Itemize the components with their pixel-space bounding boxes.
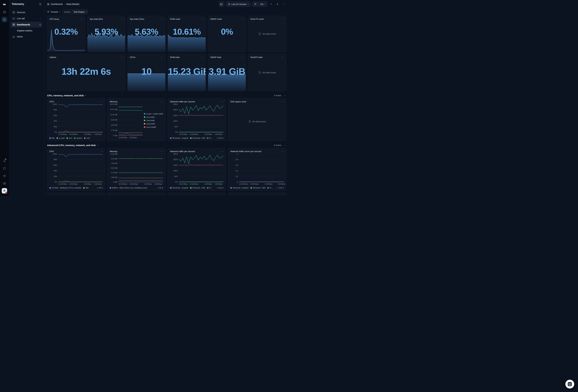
legend-item[interactable]: Free RAM [144, 116, 154, 118]
app-logo[interactable] [2, 2, 6, 6]
chart-menu-button[interactable]: ⋯ [100, 150, 103, 152]
legend-item[interactable]: Idle [83, 187, 89, 189]
refresh-interval-button[interactable]: 15s ▾ [258, 1, 267, 7]
panels-view-button[interactable] [219, 1, 224, 7]
chart-menu-button[interactable]: ⋯ [282, 150, 284, 152]
nav-label: Live tail [17, 17, 25, 20]
section-menu-button[interactable]: ⋯ [284, 144, 286, 147]
legend-label: Idle [86, 187, 89, 189]
x-axis: 12:42:00am12:50:00am1:00:00am1:06:00am [179, 133, 223, 136]
legend-item[interactable]: Used RAM [144, 123, 155, 125]
chart-menu-button[interactable]: ⋯ [221, 150, 223, 152]
filterbar: Presets ▾ source Test Project ▾ [44, 8, 289, 15]
legend-item[interactable]: Used SWAP [144, 126, 156, 128]
card-menu-button[interactable]: ⋯ [161, 18, 163, 20]
pagination-prev-icon[interactable]: ◀ [157, 187, 158, 189]
quick-actions-button[interactable] [275, 2, 280, 6]
refresh-button[interactable] [252, 1, 258, 7]
legend-item[interactable]: system [74, 137, 82, 139]
card-menu-button[interactable]: ⋯ [282, 56, 284, 58]
x-tick: 1:00:00am [204, 133, 212, 135]
legend-item[interactable]: Received - erspan0 [170, 187, 188, 189]
pagination-prev-icon[interactable]: ◀ [96, 187, 97, 189]
chart-title: CPU [49, 150, 54, 152]
section-meta: 4 charts⋯ [274, 94, 286, 97]
chart-menu-button[interactable]: ⋯ [161, 150, 163, 152]
card-menu-button[interactable]: ⋯ [120, 56, 123, 58]
pagination-prev-icon[interactable]: ◀ [216, 137, 217, 139]
sidebar-collapse-button[interactable] [39, 3, 42, 5]
y-axis: 100%80%60%40%20%0% [49, 153, 58, 183]
legend-item[interactable]: Cache + Buffer RAM [144, 113, 163, 115]
breadcrumb-dashboards[interactable]: Dashboards [51, 3, 63, 5]
sidebar-item-explore-metrics[interactable]: Explore metrics [11, 28, 42, 33]
chart-panel: Memory⋯16.76 GiB13.97 GiB11.18 GiB8.38 G… [107, 98, 165, 141]
x-tick: 1:00:00am [144, 183, 152, 185]
y-tick: 5.59 GiB [111, 124, 117, 126]
y-axis: 11.18 GiB9.31 GiB7.45 GiB5.59 GiB3.73 Gi… [110, 153, 119, 183]
presets-button[interactable]: Presets ▾ [47, 11, 60, 13]
sidebar-item-sources[interactable]: Sources [11, 9, 42, 15]
sidebar-item-live-tail[interactable]: Live tail › [11, 16, 42, 21]
legend-item[interactable]: Received - erspan0 [230, 187, 248, 189]
card-menu-button[interactable]: ⋯ [80, 18, 83, 20]
card-menu-button[interactable]: ⋯ [201, 18, 203, 20]
section-toggle[interactable]: Advanced CPU, memory, network, and disk▾ [47, 144, 98, 147]
chart-panel: Network traffic errors per second⋯10.80.… [228, 148, 286, 191]
pagination-prev-icon[interactable]: ◀ [277, 187, 278, 189]
chart-plot [119, 104, 143, 136]
legend-item[interactable]: io_wait [56, 137, 65, 139]
pagination-next-icon[interactable]: ▶ [223, 187, 223, 189]
legend-item[interactable]: R… [207, 137, 213, 139]
legend-item[interactable]: R… [207, 187, 213, 189]
legend-item[interactable]: Received - eth0 [250, 187, 266, 189]
card-menu-button[interactable]: ⋯ [201, 56, 203, 58]
card-menu-button[interactable]: ⋯ [120, 18, 123, 20]
notifications-button[interactable] [1, 158, 7, 163]
legend-item[interactable]: idle [49, 137, 55, 139]
more-options-button[interactable]: ⋯ [282, 2, 286, 6]
user-avatar[interactable]: R [2, 188, 7, 194]
legend-item[interactable]: Received - erspan0 [170, 137, 188, 139]
theme-toggle-button[interactable] [1, 173, 7, 179]
chart-menu-button[interactable]: ⋯ [161, 100, 163, 103]
pagination-next-icon[interactable]: ▶ [223, 137, 223, 139]
legend-item[interactable]: nice [66, 137, 72, 139]
y-tick: 60% [54, 164, 57, 166]
card-menu-button[interactable]: ⋯ [241, 18, 243, 20]
sidebar: Telemetry Sources Live tail › [9, 0, 44, 196]
pagination-prev-icon[interactable]: ◀ [216, 187, 217, 189]
shortcuts-button[interactable] [1, 181, 7, 186]
card-menu-button[interactable]: ⋯ [161, 56, 163, 58]
chart-panel-header: Network traffic per second⋯ [170, 100, 223, 103]
chart-menu-button[interactable]: ⋯ [282, 100, 284, 103]
card-menu-button[interactable]: ⋯ [241, 56, 243, 58]
rail-dashboards-button[interactable] [1, 17, 7, 22]
legend-item[interactable]: Received - eth0 [190, 187, 205, 189]
chart-menu-button[interactable]: ⋯ [100, 100, 103, 103]
sidebar-item-alerts[interactable]: Alerts [11, 34, 42, 40]
x-tick: 12:42:00am [58, 133, 67, 135]
source-filter[interactable]: source Test Project ▾ [62, 9, 88, 14]
sidebar-item-dashboards[interactable]: Dashboards ▾ [11, 22, 42, 27]
legend-item[interactable]: Total RAM [144, 120, 155, 121]
section-toggle[interactable]: CPU, memory, network, and disk▾ [47, 94, 86, 97]
pagination-next-icon[interactable]: ▶ [283, 187, 284, 189]
legend-item[interactable]: Buffers - Block device (e.g. harddisk) c… [110, 187, 147, 189]
pagination-next-icon[interactable]: ▶ [162, 187, 163, 189]
y-tick: 50 B [174, 175, 178, 177]
legend-item[interactable]: Received - eth0 [190, 137, 205, 139]
legend-label: Received - erspan0 [172, 137, 188, 139]
chart-menu-button[interactable]: ⋯ [221, 100, 223, 103]
legend-item[interactable]: R… [267, 187, 273, 189]
y-tick: 0.8 [236, 159, 238, 160]
pagination-next-icon[interactable]: ▶ [102, 187, 103, 189]
legend-item[interactable]: user [84, 137, 90, 139]
add-panel-button[interactable]: + [269, 2, 274, 6]
time-range-button[interactable]: Last 30 minutes ▾ [226, 1, 251, 7]
section-menu-button[interactable]: ⋯ [284, 94, 286, 97]
rail-quick-actions-button[interactable] [1, 9, 7, 15]
feedback-button[interactable] [1, 165, 7, 171]
card-menu-button[interactable]: ⋯ [282, 18, 284, 20]
legend-item[interactable]: I/O Wait - Waiting for I/O to complete [49, 187, 81, 189]
